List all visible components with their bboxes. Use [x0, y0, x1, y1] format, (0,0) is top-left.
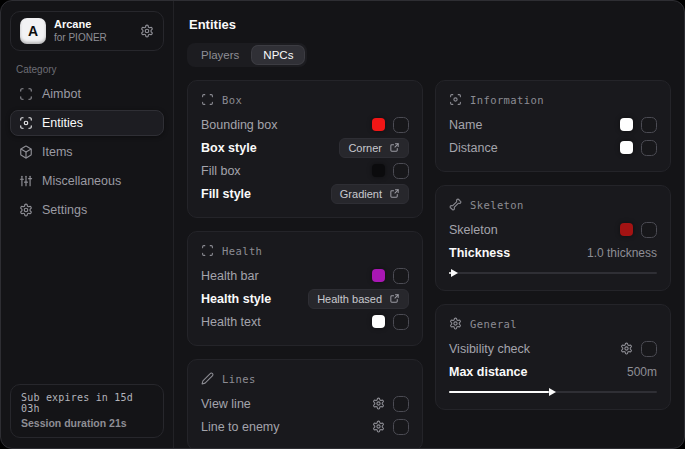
brand-logo: A	[20, 18, 46, 44]
color-swatch[interactable]	[372, 315, 385, 328]
sidebar-item-items[interactable]: Items	[10, 139, 164, 165]
health-style-select[interactable]: Health based	[308, 289, 409, 309]
color-swatch[interactable]	[620, 118, 633, 131]
setting-label: Fill box	[201, 164, 241, 178]
setting-label: Thickness	[449, 246, 510, 260]
pencil-icon	[201, 372, 214, 385]
setting-row: Name	[449, 113, 657, 136]
view-line-checkbox[interactable]	[393, 396, 409, 412]
crosshair-scan-icon	[19, 87, 33, 101]
name-checkbox[interactable]	[641, 117, 657, 133]
skeleton-checkbox[interactable]	[641, 222, 657, 238]
line-to-enemy-checkbox[interactable]	[393, 419, 409, 435]
setting-row: View line	[201, 392, 409, 415]
sliders-icon	[19, 174, 33, 188]
select-expand-icon	[389, 293, 400, 304]
setting-row: Thickness 1.0 thickness	[449, 241, 657, 264]
setting-label: Visibility check	[449, 342, 530, 356]
gear-icon	[449, 317, 462, 330]
card-title: Skeleton	[470, 199, 524, 211]
select-value: Corner	[348, 142, 382, 154]
card-title: General	[470, 318, 517, 330]
setting-row: Box style Corner	[201, 136, 409, 159]
main-panel: Entities Players NPCs Box Bounding box	[174, 1, 684, 448]
slider-handle[interactable]	[449, 391, 549, 393]
general-card: General Visibility check Max distance	[435, 304, 671, 410]
visibility-check-checkbox[interactable]	[641, 341, 657, 357]
distance-checkbox[interactable]	[641, 140, 657, 156]
setting-label: Max distance	[449, 365, 528, 379]
sidebar-item-aimbot[interactable]: Aimbot	[10, 81, 164, 107]
sidebar-item-label: Settings	[42, 203, 87, 217]
sidebar-item-label: Entities	[42, 116, 83, 130]
setting-label: Fill style	[201, 187, 251, 201]
color-swatch[interactable]	[372, 269, 385, 282]
color-swatch[interactable]	[372, 164, 385, 177]
gear-icon[interactable]	[372, 397, 385, 410]
setting-row: Health text	[201, 310, 409, 333]
sidebar-item-label: Items	[42, 145, 73, 159]
slider-value: 500m	[627, 365, 657, 379]
subscription-card: Sub expires in 15d 03h Session duration …	[10, 384, 164, 438]
select-value: Gradient	[340, 188, 382, 200]
gear-icon[interactable]	[140, 24, 154, 38]
sidebar-item-miscellaneous[interactable]: Miscellaneous	[10, 168, 164, 194]
category-label: Category	[16, 64, 158, 75]
package-icon	[19, 145, 33, 159]
setting-label: Skeleton	[449, 223, 498, 237]
setting-label: Distance	[449, 141, 498, 155]
fill-style-select[interactable]: Gradient	[331, 184, 409, 204]
scan-eye-icon	[19, 116, 33, 130]
setting-label: Bounding box	[201, 118, 277, 132]
setting-row: Bounding box	[201, 113, 409, 136]
gear-icon[interactable]	[372, 420, 385, 433]
setting-row: Skeleton	[449, 218, 657, 241]
tab-players[interactable]: Players	[190, 46, 250, 64]
card-title: Information	[470, 94, 544, 106]
select-expand-icon	[389, 142, 400, 153]
app-window: A Arcane for PIONER Category Aimbot	[0, 0, 685, 449]
color-swatch[interactable]	[620, 141, 633, 154]
setting-label: Health text	[201, 315, 261, 329]
setting-row: Health bar	[201, 264, 409, 287]
card-title: Box	[222, 94, 242, 106]
setting-label: Health style	[201, 292, 271, 306]
gear-icon[interactable]	[620, 342, 633, 355]
tab-npcs[interactable]: NPCs	[252, 46, 304, 64]
setting-label: Box style	[201, 141, 257, 155]
scan-eye-icon	[449, 93, 462, 106]
skeleton-card: Skeleton Skeleton Thickness 1.0 thicknes…	[435, 185, 671, 291]
setting-row: Health style Health based	[201, 287, 409, 310]
select-value: Health based	[317, 293, 382, 305]
color-swatch[interactable]	[372, 118, 385, 131]
subscription-expiry: Sub expires in 15d 03h	[21, 392, 153, 414]
setting-row: Visibility check	[449, 337, 657, 360]
setting-label: Line to enemy	[201, 420, 280, 434]
gear-icon	[19, 203, 33, 217]
brand-subtitle: for PIONER	[54, 32, 107, 45]
max-distance-slider[interactable]	[449, 387, 657, 397]
card-title: Health	[222, 245, 262, 257]
setting-label: Name	[449, 118, 482, 132]
box-style-select[interactable]: Corner	[339, 138, 409, 158]
thickness-slider[interactable]	[449, 268, 657, 278]
health-bar-checkbox[interactable]	[393, 268, 409, 284]
setting-label: Health bar	[201, 269, 259, 283]
slider-handle[interactable]	[449, 272, 451, 274]
sidebar-item-entities[interactable]: Entities	[10, 110, 164, 136]
fill-box-checkbox[interactable]	[393, 163, 409, 179]
setting-row: Max distance 500m	[449, 360, 657, 383]
setting-row: Line to enemy	[201, 415, 409, 438]
health-text-checkbox[interactable]	[393, 314, 409, 330]
scan-brackets-icon	[201, 244, 214, 257]
bounding-box-checkbox[interactable]	[393, 117, 409, 133]
session-duration: Session duration 21s	[21, 417, 153, 429]
sidebar-item-settings[interactable]: Settings	[10, 197, 164, 223]
card-title: Lines	[222, 373, 256, 385]
slider-value: 1.0 thickness	[587, 246, 657, 260]
setting-label: View line	[201, 397, 251, 411]
bone-icon	[449, 198, 462, 211]
information-card: Information Name Distance	[435, 80, 671, 172]
color-swatch[interactable]	[620, 223, 633, 236]
sidebar-item-label: Miscellaneous	[42, 174, 121, 188]
